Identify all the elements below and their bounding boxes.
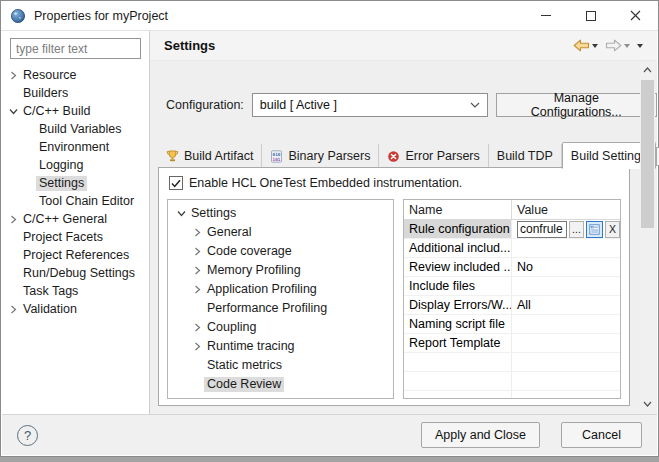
- scrollbar-thumb[interactable]: [641, 80, 654, 228]
- sidebar-item-build-variables[interactable]: Build Variables: [2, 120, 149, 138]
- name-cell[interactable]: Additional includ...: [404, 239, 512, 257]
- page-header: Settings: [150, 31, 657, 61]
- column-header-value[interactable]: Value: [512, 200, 620, 219]
- settings-tree-item-code-coverage[interactable]: Code coverage: [168, 242, 393, 261]
- table-row-report-template[interactable]: Report Template: [404, 334, 620, 353]
- sidebar-item-c-c-general[interactable]: C/C++ General: [2, 210, 149, 228]
- scroll-down-button[interactable]: [640, 397, 655, 411]
- tab-error-parsers[interactable]: Error Parsers: [379, 144, 488, 168]
- tree-chevron-collapsed-icon[interactable]: [190, 285, 204, 294]
- value-cell[interactable]: [512, 239, 620, 257]
- sidebar-item-settings[interactable]: Settings: [2, 174, 149, 192]
- name-cell[interactable]: Review included ...: [404, 258, 512, 276]
- value-cell[interactable]: No: [512, 258, 620, 276]
- instrumentation-checkbox-row[interactable]: Enable HCL OneTest Embedded instrumentat…: [169, 176, 462, 190]
- sidebar-item-run-debug-settings[interactable]: Run/Debug Settings: [2, 264, 149, 282]
- tree-chevron-expanded-icon[interactable]: [174, 209, 188, 218]
- name-cell[interactable]: Naming script file: [404, 315, 512, 333]
- settings-tree-item-memory-profiling[interactable]: Memory Profiling: [168, 261, 393, 280]
- tree-chevron-collapsed-icon[interactable]: [190, 228, 204, 237]
- sidebar-item-c-c-build[interactable]: C/C++ Build: [2, 102, 149, 120]
- manage-configurations-button[interactable]: Manage Configurations...: [496, 93, 657, 117]
- tree-chevron-collapsed-icon[interactable]: [6, 215, 20, 224]
- vertical-scrollbar[interactable]: [640, 63, 655, 411]
- settings-tree-item-runtime-tracing[interactable]: Runtime tracing: [168, 337, 393, 356]
- checkbox-checked-icon[interactable]: [169, 176, 183, 190]
- value-cell[interactable]: [512, 353, 620, 371]
- tab-binary-parsers[interactable]: 010101Binary Parsers: [262, 144, 379, 168]
- sidebar-item-logging[interactable]: Logging: [2, 156, 149, 174]
- table-row-include-files[interactable]: Include files: [404, 277, 620, 296]
- configuration-dropdown[interactable]: build [ Active ]: [252, 93, 488, 117]
- maximize-button[interactable]: [568, 1, 613, 30]
- table-row-naming-script-file[interactable]: Naming script file: [404, 315, 620, 334]
- value-cell[interactable]: [512, 315, 620, 333]
- settings-tree-item-code-review[interactable]: Code Review: [168, 375, 393, 394]
- footer-buttons: Apply and Close Cancel: [421, 422, 642, 448]
- scroll-up-button[interactable]: [640, 63, 655, 77]
- value-cell[interactable]: ...X: [512, 220, 620, 238]
- forward-dropdown-icon: [624, 44, 630, 48]
- settings-tree-item-general[interactable]: General: [168, 223, 393, 242]
- settings-tree-item-performance-profiling[interactable]: Performance Profiling: [168, 299, 393, 318]
- help-button[interactable]: ?: [17, 425, 38, 446]
- name-cell[interactable]: Rule configuration: [404, 220, 512, 238]
- minimize-button[interactable]: [523, 1, 568, 30]
- forward-button[interactable]: [603, 38, 632, 53]
- name-cell[interactable]: [404, 391, 512, 399]
- settings-tree-item-coupling[interactable]: Coupling: [168, 318, 393, 337]
- table-row-empty[interactable]: [404, 391, 620, 399]
- clear-button[interactable]: X: [605, 221, 620, 238]
- sidebar-item-project-facets[interactable]: Project Facets: [2, 228, 149, 246]
- tree-chevron-collapsed-icon[interactable]: [190, 247, 204, 256]
- tree-item-label: Runtime tracing: [204, 339, 298, 354]
- settings-tree-item-application-profiling[interactable]: Application Profiling: [168, 280, 393, 299]
- value-cell[interactable]: [512, 372, 620, 390]
- value-cell[interactable]: [512, 334, 620, 352]
- value-cell[interactable]: [512, 391, 620, 399]
- history-navigation: [571, 38, 645, 53]
- sidebar-item-tool-chain-editor[interactable]: Tool Chain Editor: [2, 192, 149, 210]
- settings-tree-item-static-metrics[interactable]: Static metrics: [168, 356, 393, 375]
- name-cell[interactable]: [404, 372, 512, 390]
- tree-chevron-collapsed-icon[interactable]: [190, 266, 204, 275]
- table-row-rule-configuration[interactable]: Rule configuration...X: [404, 220, 620, 239]
- table-row-additional-includ[interactable]: Additional includ...: [404, 239, 620, 258]
- close-button[interactable]: [613, 1, 658, 30]
- name-cell[interactable]: Display Errors/W...: [404, 296, 512, 314]
- tab-build-artifact[interactable]: Build Artifact: [158, 144, 262, 168]
- back-button[interactable]: [571, 38, 600, 53]
- tree-chevron-collapsed-icon[interactable]: [6, 305, 20, 314]
- rule-configuration-input[interactable]: [517, 221, 567, 238]
- sidebar-item-project-references[interactable]: Project References: [2, 246, 149, 264]
- settings-tree-item-settings[interactable]: Settings: [168, 204, 393, 223]
- browse-button[interactable]: ...: [569, 221, 584, 238]
- tree-chevron-collapsed-icon[interactable]: [6, 71, 20, 80]
- tree-chevron-expanded-icon[interactable]: [6, 107, 20, 116]
- view-menu-button[interactable]: [635, 43, 645, 49]
- sidebar-item-environment[interactable]: Environment: [2, 138, 149, 156]
- filter-input[interactable]: [10, 38, 141, 59]
- sidebar-tree: ResourceBuildersC/C++ BuildBuild Variabl…: [2, 66, 149, 318]
- table-row-empty[interactable]: [404, 372, 620, 391]
- tab-build-tdp[interactable]: Build TDP: [489, 144, 562, 168]
- table-row-display-errors-w[interactable]: Display Errors/W...All: [404, 296, 620, 315]
- tree-chevron-collapsed-icon[interactable]: [190, 323, 204, 332]
- sidebar-item-validation[interactable]: Validation: [2, 300, 149, 318]
- sidebar-item-builders[interactable]: Builders: [2, 84, 149, 102]
- apply-and-close-button[interactable]: Apply and Close: [421, 422, 540, 448]
- name-cell[interactable]: Include files: [404, 277, 512, 295]
- svg-text:101: 101: [273, 156, 281, 161]
- value-list-button[interactable]: [586, 221, 603, 238]
- name-cell[interactable]: Report Template: [404, 334, 512, 352]
- table-row-review-included[interactable]: Review included ...No: [404, 258, 620, 277]
- value-cell[interactable]: All: [512, 296, 620, 314]
- sidebar-item-task-tags[interactable]: Task Tags: [2, 282, 149, 300]
- column-header-name[interactable]: Name: [404, 200, 512, 219]
- tree-chevron-collapsed-icon[interactable]: [190, 342, 204, 351]
- value-cell[interactable]: [512, 277, 620, 295]
- name-cell[interactable]: [404, 353, 512, 371]
- sidebar-item-resource[interactable]: Resource: [2, 66, 149, 84]
- table-row-empty[interactable]: [404, 353, 620, 372]
- cancel-button[interactable]: Cancel: [561, 422, 642, 448]
